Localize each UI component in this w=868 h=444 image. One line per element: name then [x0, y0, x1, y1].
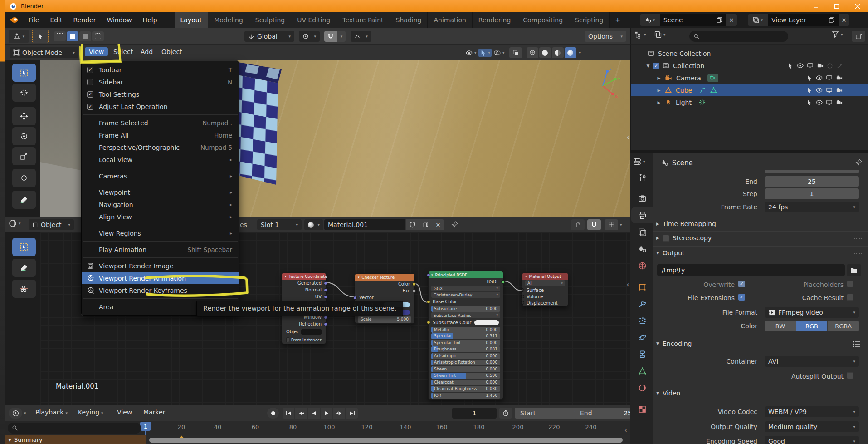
object-eyedropper-field[interactable] — [301, 329, 322, 335]
summary-expand-icon[interactable]: ▼ — [8, 438, 11, 442]
placeholders-checkbox[interactable] — [847, 281, 853, 287]
node-material-output[interactable]: ▾Material Output All▾ SurfaceVolumeDispl… — [522, 272, 568, 306]
tab-particles[interactable] — [631, 312, 653, 329]
outliner-row-camera[interactable]: ▶ Camera — [631, 72, 868, 84]
output-socket[interactable] — [412, 289, 416, 293]
fake-user-button[interactable] — [406, 219, 419, 230]
tool-move[interactable] — [12, 107, 36, 125]
tool-scale[interactable] — [12, 147, 36, 165]
tab-texture[interactable] — [631, 401, 653, 417]
workspace-tab[interactable]: UV Editing — [291, 12, 336, 28]
panel-time-remapping[interactable]: ▶Time Remapping — [656, 220, 716, 227]
topbar-menu-item[interactable]: Edit — [44, 16, 68, 24]
menu-item-sidebar[interactable]: SidebarN — [82, 76, 239, 88]
principled-slider[interactable]: IOR 1.450 — [431, 393, 500, 399]
principled-slider[interactable]: Clearcoat Roughness 0.030 — [431, 386, 500, 392]
stereoscopy-checkbox[interactable] — [663, 235, 669, 242]
expand-icon[interactable]: ▶ — [657, 88, 661, 93]
output-quality-dropdown[interactable]: Medium quality▾ — [765, 421, 859, 432]
timeline-menu-keying[interactable]: Keying▾ — [74, 408, 107, 417]
tab-object-data[interactable] — [631, 363, 653, 379]
light-data-icon[interactable] — [699, 99, 706, 106]
tool-rotate[interactable] — [12, 127, 36, 145]
workspace-tab[interactable]: Animation — [428, 12, 472, 28]
render-disable-icon[interactable] — [836, 87, 843, 94]
workspace-tab[interactable]: Sculpting — [249, 12, 291, 28]
viewport-menu-view[interactable]: View — [85, 47, 108, 56]
select-mode-circle[interactable] — [79, 31, 91, 41]
topbar-menu-item[interactable]: Window — [101, 16, 137, 24]
tab-render[interactable] — [631, 190, 653, 207]
autosplit-checkbox[interactable] — [847, 372, 853, 379]
workspace-tab[interactable]: Rendering — [473, 12, 517, 28]
add-workspace-button[interactable]: + — [610, 16, 626, 24]
overlays-dropdown[interactable]: ▾ — [493, 49, 505, 56]
end-field[interactable]: 25 — [765, 176, 859, 187]
use-preview-range-button[interactable] — [499, 408, 512, 419]
hide-icon[interactable] — [816, 99, 823, 106]
panel-grip[interactable] — [853, 236, 863, 240]
frame-rate-dropdown[interactable]: 24 fps▾ — [765, 202, 859, 212]
viewport-disable-icon[interactable] — [807, 62, 814, 69]
shader-type-dropdown[interactable]: Object▾ — [29, 219, 74, 230]
input-socket[interactable] — [521, 295, 524, 298]
mesh-data-icon[interactable] — [710, 87, 717, 94]
shading-rendered-button[interactable] — [565, 47, 576, 58]
xray-toggle[interactable] — [509, 47, 522, 58]
timeline-menu-marker[interactable]: Marker — [139, 408, 169, 417]
cache-result-checkbox[interactable] — [847, 294, 853, 301]
principled-slider[interactable]: Anisotropic Rotation 0.000 — [431, 360, 500, 365]
snap-settings-dropdown[interactable]: ▾ — [337, 31, 346, 42]
tool-annotate[interactable] — [12, 191, 36, 209]
play-reverse-button[interactable] — [308, 408, 320, 419]
menu-item-tool-settings[interactable]: ✓Tool Settings — [82, 88, 239, 100]
outliner-row-scene-collection[interactable]: Scene Collection — [631, 47, 868, 59]
tool-select-box[interactable] — [12, 64, 36, 82]
workspace-tab[interactable]: Modeling — [208, 12, 249, 28]
slot-dropdown[interactable]: Slot 1▾ — [257, 219, 302, 230]
view-layer-name-field[interactable]: View Layer — [768, 14, 839, 26]
outliner-filter-dropdown[interactable]: ▾ — [832, 31, 843, 38]
node-principled-bsdf[interactable]: ▾Principled BSDF BSDF GGX▾ Christensen-B… — [428, 271, 503, 400]
workspace-tab[interactable]: Compositing — [517, 12, 569, 28]
outliner-row-collection[interactable]: ▼ ✓ Collection — [631, 59, 868, 72]
output-socket[interactable] — [501, 280, 505, 284]
subsurface-slider[interactable]: Subsurface0.000 — [431, 306, 500, 312]
node-tool-cut-links[interactable] — [12, 280, 36, 298]
menu-item-viewport-render-animation[interactable]: Viewport Render Animation — [82, 272, 239, 284]
menu-item-viewport-render-keyframes[interactable]: Viewport Render Keyframes — [82, 284, 239, 296]
select-mode-lasso[interactable] — [92, 31, 104, 41]
tool-category-dropdown[interactable]: ▾ — [9, 30, 29, 43]
expand-icon[interactable]: ▼ — [646, 64, 650, 68]
menu-item-adjust-last-operation[interactable]: ✓Adjust Last Operation — [82, 100, 239, 113]
holdout-icon[interactable] — [827, 63, 833, 69]
panel-grip[interactable] — [853, 251, 863, 255]
principled-slider[interactable]: Sheen 0.000 — [431, 366, 500, 372]
principled-slider[interactable]: Sheen Tint 0.500 — [431, 373, 500, 379]
checker-cube[interactable] — [231, 61, 285, 193]
scene-name-field[interactable]: Scene — [660, 14, 726, 26]
vector-input-row[interactable]: Vector — [355, 294, 414, 301]
shading-solid-button[interactable] — [539, 47, 551, 58]
fac-output-row[interactable]: Fac — [355, 287, 414, 294]
target-dropdown[interactable]: All▾ — [525, 280, 565, 286]
menu-item-viewpoint[interactable]: Viewpoint▸ — [82, 186, 239, 198]
node-checkbox[interactable] — [286, 337, 289, 342]
encoding-speed-dropdown[interactable]: Good▾ — [765, 436, 859, 444]
selectable-icon[interactable] — [806, 99, 813, 106]
frame-start-field-partial[interactable] — [765, 170, 859, 173]
copy-material-button[interactable] — [419, 219, 432, 230]
principled-slider[interactable]: Clearcoat 0.000 — [431, 380, 500, 385]
new-collection-button[interactable] — [852, 31, 865, 42]
shading-dropdown[interactable]: ▾ — [579, 51, 581, 55]
render-disable-icon[interactable] — [817, 62, 824, 69]
principled-slider[interactable]: Specular Tint 0.000 — [431, 340, 500, 346]
animation-data-icon[interactable] — [699, 87, 707, 94]
topbar-menu-item[interactable]: Render — [68, 16, 102, 24]
panel-encoding[interactable]: ▼Encoding — [656, 340, 692, 347]
output-socket[interactable] — [324, 295, 327, 299]
scale-slider[interactable]: Scale5.000 — [358, 316, 411, 323]
camera-data-badge[interactable] — [707, 74, 718, 82]
tab-physics[interactable] — [631, 329, 653, 345]
color-rgb-button[interactable]: RGB — [796, 321, 828, 331]
